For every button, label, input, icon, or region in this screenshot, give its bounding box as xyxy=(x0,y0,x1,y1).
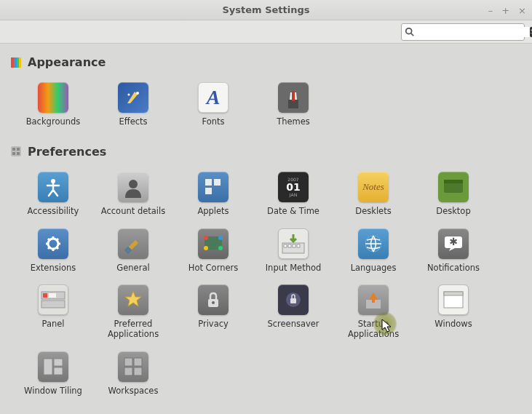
close-button[interactable]: × xyxy=(518,6,526,15)
svg-text:✱: ✱ xyxy=(449,236,458,247)
item-label: Themes xyxy=(277,117,310,127)
item-label: Effects xyxy=(119,117,147,127)
privacy-icon xyxy=(198,284,229,315)
svg-rect-45 xyxy=(290,298,296,303)
svg-rect-32 xyxy=(293,244,295,247)
item-label: Window Tiling xyxy=(24,386,82,397)
hot-corners-icon xyxy=(198,228,229,259)
search-icon xyxy=(405,27,415,37)
appearance-section-icon xyxy=(10,57,22,68)
item-windows[interactable]: Windows xyxy=(413,283,493,341)
svg-rect-19 xyxy=(205,188,212,194)
item-screensaver[interactable]: Screensaver xyxy=(253,283,333,341)
item-input-method[interactable]: Input Method xyxy=(253,227,333,275)
fonts-icon: A xyxy=(198,82,229,113)
applets-icon xyxy=(198,172,229,202)
effects-icon xyxy=(118,82,148,113)
item-fonts[interactable]: A Fonts xyxy=(173,81,253,129)
item-languages[interactable]: Languages xyxy=(333,227,413,275)
desktop-icon xyxy=(438,172,469,202)
svg-rect-14 xyxy=(17,152,20,155)
preferred-applications-icon xyxy=(118,284,148,315)
search-input[interactable] xyxy=(415,27,530,37)
item-effects[interactable]: Effects xyxy=(93,81,173,129)
item-account-details[interactable]: Account details xyxy=(93,170,173,218)
item-label: Windows xyxy=(434,319,472,330)
maximize-button[interactable]: + xyxy=(501,6,509,15)
item-label: Hot Corners xyxy=(188,263,239,274)
svg-point-16 xyxy=(129,180,138,188)
panel-icon xyxy=(38,284,68,315)
svg-rect-47 xyxy=(372,300,375,303)
preferences-grid: Accessibility Account details Applets 20… xyxy=(3,164,529,411)
account-details-icon xyxy=(118,172,148,202)
svg-rect-5 xyxy=(19,57,21,68)
item-panel[interactable]: Panel xyxy=(13,283,93,341)
svg-rect-17 xyxy=(205,179,212,186)
item-applets[interactable]: Applets xyxy=(173,170,253,218)
svg-line-1 xyxy=(411,33,414,36)
item-label: Extensions xyxy=(31,263,76,274)
item-label: Date & Time xyxy=(267,207,319,217)
item-workspaces[interactable]: Workspaces xyxy=(93,350,173,398)
screensaver-icon xyxy=(278,284,309,315)
search-box[interactable]: ✕ xyxy=(401,23,525,41)
svg-rect-39 xyxy=(43,293,47,298)
svg-point-28 xyxy=(218,246,223,250)
item-window-tiling[interactable]: Window Tiling xyxy=(13,350,93,398)
item-desktop[interactable]: Desktop xyxy=(413,170,493,218)
svg-rect-11 xyxy=(12,148,15,151)
item-preferred-applications[interactable]: Preferred Applications xyxy=(93,283,173,341)
window-tiling-icon xyxy=(38,351,68,382)
item-notifications[interactable]: ✱ Notifications xyxy=(413,227,493,275)
svg-rect-41 xyxy=(41,300,65,308)
section-title: Appearance xyxy=(28,55,106,69)
section-header-preferences: Preferences xyxy=(3,142,529,164)
svg-point-25 xyxy=(204,236,208,240)
themes-icon xyxy=(278,82,309,113)
content-area: Appearance Backgrounds Effects A Fonts T… xyxy=(0,44,532,414)
svg-rect-53 xyxy=(124,358,132,366)
window-controls: – + × xyxy=(488,0,526,20)
item-privacy[interactable]: Privacy xyxy=(173,283,253,341)
window-title: System Settings xyxy=(222,4,309,15)
svg-rect-18 xyxy=(214,179,221,186)
notifications-icon: ✱ xyxy=(438,228,469,259)
item-label: Privacy xyxy=(198,319,229,330)
general-icon xyxy=(118,228,148,259)
item-themes[interactable]: Themes xyxy=(253,81,333,129)
item-general[interactable]: General xyxy=(93,227,173,275)
svg-point-27 xyxy=(204,246,208,250)
svg-rect-40 xyxy=(49,293,56,298)
item-date-time[interactable]: 2007 01 JAN Date & Time xyxy=(253,170,333,218)
backgrounds-icon xyxy=(38,82,68,113)
item-label: Notifications xyxy=(427,263,480,274)
item-label: Desklets xyxy=(355,207,391,217)
accessibility-icon xyxy=(38,172,68,202)
section-header-appearance: Appearance xyxy=(3,52,529,75)
item-backgrounds[interactable]: Backgrounds xyxy=(13,81,93,129)
svg-point-0 xyxy=(406,28,412,33)
svg-rect-56 xyxy=(134,367,142,375)
svg-point-6 xyxy=(136,92,139,95)
item-extensions[interactable]: Extensions xyxy=(13,227,93,275)
svg-rect-52 xyxy=(54,367,63,375)
extensions-icon xyxy=(38,228,68,259)
item-hot-corners[interactable]: Hot Corners xyxy=(173,227,253,275)
item-label: Screensaver xyxy=(267,319,319,330)
svg-rect-31 xyxy=(288,244,291,247)
item-label: Account details xyxy=(101,207,165,217)
svg-rect-30 xyxy=(284,244,287,247)
input-method-icon xyxy=(278,228,309,259)
item-label: Languages xyxy=(351,263,397,274)
item-desklets[interactable]: Notes Desklets xyxy=(333,170,413,218)
item-accessibility[interactable]: Accessibility xyxy=(13,170,93,218)
svg-rect-9 xyxy=(292,91,295,101)
svg-point-7 xyxy=(128,94,130,96)
minimize-button[interactable]: – xyxy=(488,6,493,15)
item-label: Input Method xyxy=(266,263,322,274)
svg-rect-55 xyxy=(124,367,132,375)
windows-icon xyxy=(438,284,469,315)
item-startup-applications[interactable]: Startup Applications xyxy=(333,283,413,341)
languages-icon xyxy=(358,228,389,259)
